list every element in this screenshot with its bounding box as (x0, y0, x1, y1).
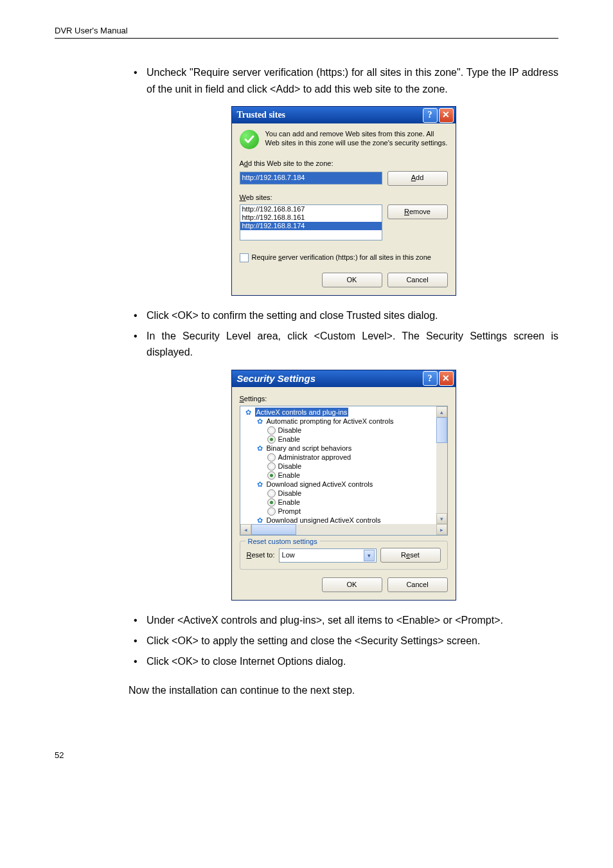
tree-item: Automatic prompting for ActiveX controls (267, 417, 394, 426)
tree-item: Binary and script behaviors (267, 444, 352, 453)
bullet-list-1: Uncheck "Require server verification (ht… (129, 64, 558, 97)
require-https-label: Require server verification (https:) for… (252, 252, 431, 264)
bullet-item: Uncheck "Require server verification (ht… (129, 64, 558, 97)
close-icon[interactable]: ✕ (439, 108, 454, 123)
add-site-label: Add this Web site to the zone: (240, 158, 448, 170)
bullet-item: Click <OK> to apply the setting and clos… (129, 633, 558, 649)
radio-label: Prompt (278, 507, 301, 516)
vertical-scrollbar[interactable]: ▴ ▾ (436, 406, 447, 524)
chevron-down-icon[interactable]: ▾ (364, 550, 375, 561)
close-icon[interactable]: ✕ (439, 371, 454, 386)
radio-icon[interactable] (267, 426, 276, 435)
scroll-left-icon[interactable]: ◂ (240, 524, 251, 535)
security-settings-dialog: Security Settings ? ✕ Settings: ✿ActiveX… (231, 370, 456, 601)
radio-icon[interactable] (267, 498, 276, 507)
fieldset-legend: Reset custom settings (245, 536, 320, 548)
scroll-thumb[interactable] (436, 417, 447, 443)
scroll-thumb[interactable] (251, 524, 296, 535)
checkbox-icon[interactable] (240, 253, 249, 262)
titlebar: Trusted sites ? ✕ (232, 107, 456, 123)
websites-label: Web sites: (240, 192, 448, 204)
dialog-description: You can add and remove Web sites from th… (265, 130, 448, 148)
combo-value: Low (282, 550, 295, 561)
reset-to-label: Reset to: (247, 550, 275, 561)
bullet-item: In the Security Level area, click <Custo… (129, 328, 558, 361)
help-icon[interactable]: ? (423, 108, 438, 123)
radio-label: Enable (278, 435, 300, 444)
trusted-sites-dialog: Trusted sites ? ✕ You can add and remove… (231, 106, 456, 296)
scroll-down-icon[interactable]: ▾ (436, 513, 447, 524)
radio-icon[interactable] (267, 507, 276, 516)
dialog-title: Security Settings (237, 371, 316, 386)
reset-to-combobox[interactable]: Low ▾ (279, 548, 377, 563)
page-header: DVR User's Manual (55, 26, 558, 39)
radio-icon[interactable] (267, 471, 276, 480)
gear-icon: ✿ (244, 408, 253, 417)
scroll-up-icon[interactable]: ▴ (436, 406, 447, 417)
trusted-check-icon (240, 130, 259, 149)
tree-item: Download unsigned ActiveX controls (267, 516, 381, 525)
scroll-right-icon[interactable]: ▸ (436, 524, 447, 535)
list-item[interactable]: http://192.168.8.161 (240, 213, 382, 222)
tree-category[interactable]: ActiveX controls and plug-ins (255, 408, 349, 417)
bullet-item: Click <OK> to confirm the setting and cl… (129, 307, 558, 324)
page-number: 52 (55, 750, 558, 760)
bullet-item: Click <OK> to close Internet Options dia… (129, 653, 558, 670)
radio-label: Disable (278, 489, 302, 498)
bullet-list-3: Under <ActiveX controls and plug-ins>, s… (129, 612, 558, 669)
dialog-title: Trusted sites (237, 108, 286, 122)
radio-icon[interactable] (267, 489, 276, 498)
ok-button[interactable]: OK (322, 273, 382, 287)
radio-icon[interactable] (267, 435, 276, 444)
closing-paragraph: Now the installation can continue to the… (129, 682, 558, 699)
cancel-button[interactable]: Cancel (387, 273, 448, 287)
remove-button[interactable]: Remove (387, 204, 448, 219)
help-icon[interactable]: ? (423, 371, 438, 386)
gear-icon: ✿ (256, 516, 264, 525)
radio-label: Disable (278, 462, 302, 471)
add-site-input[interactable]: http://192.168.7.184 (240, 172, 382, 185)
bullet-list-2: Click <OK> to confirm the setting and cl… (129, 307, 558, 361)
require-https-checkbox-row[interactable]: Require server verification (https:) for… (240, 252, 448, 264)
list-item[interactable]: http://192.168.8.174 (240, 222, 382, 230)
cancel-button[interactable]: Cancel (387, 577, 448, 592)
radio-icon[interactable] (267, 462, 276, 471)
tree-item: Download signed ActiveX controls (267, 480, 373, 489)
horizontal-scrollbar[interactable]: ◂ ▸ (240, 524, 447, 535)
titlebar: Security Settings ? ✕ (232, 370, 456, 387)
bullet-item: Under <ActiveX controls and plug-ins>, s… (129, 612, 558, 629)
settings-label: Settings: (240, 393, 448, 405)
radio-icon[interactable] (267, 453, 276, 462)
reset-button[interactable]: Reset (380, 548, 441, 563)
gear-icon: ✿ (256, 417, 264, 426)
reset-fieldset: Reset custom settings Reset to: Low ▾ Re… (240, 541, 448, 570)
add-button[interactable]: Add (387, 171, 448, 186)
settings-tree[interactable]: ✿ActiveX controls and plug-ins ✿Automati… (240, 406, 448, 536)
radio-label: Enable (278, 498, 300, 507)
list-item[interactable]: http://192.168.8.167 (240, 205, 382, 213)
radio-label: Disable (278, 426, 302, 435)
radio-label: Enable (278, 471, 300, 480)
radio-label: Administrator approved (278, 453, 351, 462)
gear-icon: ✿ (256, 444, 264, 453)
websites-listbox[interactable]: http://192.168.8.167 http://192.168.8.16… (240, 204, 382, 240)
ok-button[interactable]: OK (322, 577, 382, 592)
gear-icon: ✿ (256, 480, 264, 489)
